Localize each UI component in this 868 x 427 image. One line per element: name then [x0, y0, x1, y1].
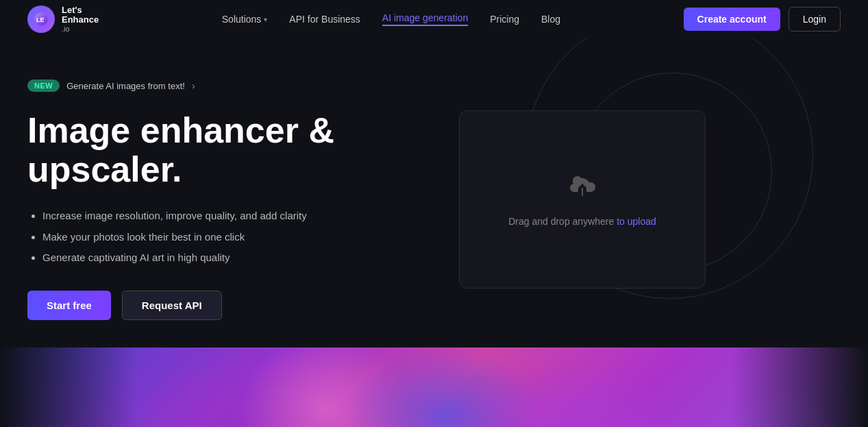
hero-right: Drag and drop anywhere to upload [438, 80, 726, 320]
hero-bullet-2: Make your photos look their best in one … [42, 230, 438, 245]
nav-item-blog[interactable]: Blog [541, 14, 560, 25]
upload-cloud-icon [566, 173, 599, 206]
nav-item-solutions[interactable]: Solutions ▾ [222, 14, 268, 25]
start-free-button[interactable]: Start free [27, 291, 111, 320]
logo-enhance-text: Enhance [62, 15, 99, 25]
svg-rect-2 [582, 188, 583, 196]
nav-actions: Create account Login [684, 7, 841, 32]
upload-description: Drag and drop anywhere to upload [508, 216, 656, 227]
new-badge-row: NEW Generate AI images from text! › [27, 80, 438, 92]
logo-text: Let's Enhance .io [62, 5, 99, 34]
hero-bullet-list: Increase image resolution, improve quali… [27, 208, 438, 266]
request-api-button[interactable]: Request API [122, 291, 222, 320]
create-account-button[interactable]: Create account [684, 8, 780, 31]
hero-section: NEW Generate AI images from text! › Imag… [0, 38, 868, 347]
hero-bullet-3: Generate captivating AI art in high qual… [42, 250, 438, 266]
bottom-banner [0, 347, 868, 427]
navbar: LE Let's Enhance .io Solutions ▾ API for… [0, 0, 868, 38]
banner-left-fade [0, 347, 137, 427]
hero-heading: Image enhancer & upscaler. [27, 111, 438, 189]
banner-image [0, 347, 868, 427]
hero-left: NEW Generate AI images from text! › Imag… [27, 80, 438, 320]
nav-item-pricing[interactable]: Pricing [490, 14, 519, 25]
svg-text:LE: LE [36, 16, 45, 23]
new-badge: NEW [27, 80, 60, 92]
login-button[interactable]: Login [789, 7, 841, 32]
nav-links: Solutions ▾ API for Business AI image ge… [222, 12, 560, 26]
logo-main-text: Let's [62, 5, 99, 15]
logo-sub-text: .io [62, 25, 99, 33]
upload-link[interactable]: to upload [617, 216, 656, 227]
upload-dropzone[interactable]: Drag and drop anywhere to upload [459, 110, 706, 289]
logo-icon: LE [27, 5, 55, 33]
banner-right-fade [731, 347, 868, 427]
nav-item-api-for-business[interactable]: API for Business [289, 14, 360, 25]
badge-description: Generate AI images from text! [66, 81, 185, 91]
hero-bullet-1: Increase image resolution, improve quali… [42, 208, 438, 224]
nav-item-ai-image-generation[interactable]: AI image generation [382, 12, 468, 26]
badge-arrow-icon: › [192, 80, 195, 91]
chevron-down-icon: ▾ [264, 16, 267, 23]
hero-cta: Start free Request API [27, 291, 438, 320]
logo[interactable]: LE Let's Enhance .io [27, 5, 99, 34]
